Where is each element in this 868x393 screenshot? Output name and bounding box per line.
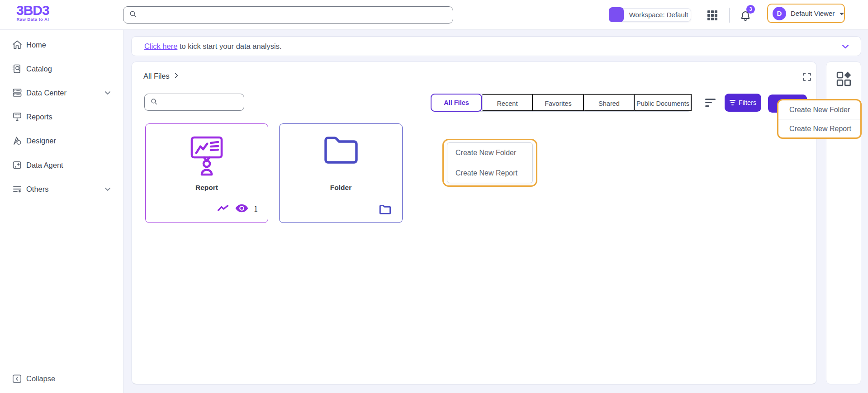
topbar-divider (729, 8, 730, 23)
create-dropdown-menu: Create New Folder Create New Report (777, 99, 862, 139)
menu-item-create-new-report[interactable]: Create New Report (447, 163, 532, 183)
sidebar-item-designer[interactable]: Designer (0, 131, 123, 150)
sort-icon[interactable] (705, 99, 716, 107)
chevron-down-icon[interactable] (104, 185, 111, 193)
file-card-report[interactable]: Report 1 (145, 123, 268, 223)
workspace-selector[interactable]: Workspace: Default (616, 8, 691, 22)
report-stats: 1 (217, 204, 258, 215)
global-search[interactable] (123, 6, 453, 24)
views-eye-icon (235, 204, 249, 215)
sidebar-item-home[interactable]: Home (0, 35, 123, 54)
collapse-label: Collapse (26, 374, 55, 383)
user-name: Default Viewer (791, 9, 835, 17)
filter-icon (730, 100, 735, 105)
chevron-down-icon[interactable] (104, 89, 111, 96)
data-agent-icon (12, 160, 23, 170)
files-search-input[interactable] (161, 94, 244, 110)
tab-all-files[interactable]: All Files (431, 94, 482, 112)
file-card-label: Folder (280, 184, 402, 192)
tab-shared[interactable]: Shared (584, 94, 635, 111)
top-bar: 3BD3 Raw Data to AI Workspace: Default 3… (0, 0, 868, 30)
apps-grid-icon[interactable] (707, 9, 718, 21)
report-icon (146, 135, 268, 176)
designer-icon (12, 135, 23, 146)
app-logo[interactable]: 3BD3 Raw Data to AI (16, 3, 49, 22)
filters-button[interactable]: Filters (725, 94, 761, 112)
workspace-label: Workspace: Default (629, 11, 688, 19)
kickstart-message: to kick start your data analysis. (177, 42, 281, 50)
sidebar-item-label: Catalog (26, 65, 52, 73)
user-menu[interactable]: D Default Viewer (767, 4, 845, 23)
menu-item-create-new-folder[interactable]: Create New Folder (778, 100, 860, 119)
tab-favorites[interactable]: Favorites (533, 94, 584, 111)
sidebar-item-reports[interactable]: Reports (0, 107, 123, 126)
file-card-label: Report (146, 184, 268, 192)
sidebar-item-others[interactable]: Others (0, 180, 123, 199)
widgets-icon[interactable] (836, 71, 852, 87)
others-icon (12, 184, 23, 194)
global-search-input[interactable] (141, 7, 453, 23)
breadcrumb[interactable]: All Files (143, 72, 180, 80)
kickstart-link[interactable]: Click here (144, 42, 177, 50)
sidebar-item-label: Reports (26, 113, 52, 121)
trend-line-icon (217, 204, 230, 214)
sidebar-item-data-center[interactable]: Data Center (0, 83, 123, 102)
folder-icon (280, 135, 402, 166)
files-search[interactable] (144, 94, 244, 111)
create-menu-highlight: Create New Folder Create New Report (442, 139, 537, 187)
sidebar-item-catalog[interactable]: Catalog (0, 59, 123, 78)
sidebar-item-label: Home (26, 41, 46, 49)
tab-public-documents[interactable]: Public Documents (635, 94, 692, 111)
file-card-folder[interactable]: Folder (279, 123, 403, 223)
kickstart-banner: Click here to kick start your data analy… (131, 36, 861, 56)
sidebar-item-label: Others (26, 185, 49, 194)
reports-icon (12, 111, 23, 122)
sidebar-item-label: Designer (26, 137, 56, 145)
workspace-color-swatch[interactable] (609, 7, 624, 22)
catalog-icon (12, 63, 23, 74)
mini-folder-icon (379, 204, 391, 217)
files-panel: All Files All Files Recent Favorites Sha… (131, 62, 817, 384)
search-icon (129, 10, 137, 20)
home-icon (12, 39, 23, 50)
tab-recent[interactable]: Recent (482, 94, 533, 111)
notification-count-badge: 3 (746, 5, 755, 14)
collapse-sidebar-button[interactable]: Collapse (0, 369, 123, 388)
breadcrumb-label: All Files (143, 72, 170, 80)
chevron-right-icon (173, 72, 180, 80)
avatar: D (773, 7, 786, 20)
topbar-divider-2 (761, 8, 761, 23)
menu-item-create-new-report[interactable]: Create New Report (778, 119, 860, 138)
filters-label: Filters (739, 99, 756, 106)
sidebar-item-label: Data Center (26, 89, 66, 97)
logo-text: 3BD3 (16, 3, 49, 18)
sidebar: Home Catalog Data Center Reports Designe… (0, 30, 123, 393)
data-center-icon (12, 87, 23, 98)
menu-item-create-new-folder[interactable]: Create New Folder (447, 143, 532, 163)
search-icon (150, 98, 158, 107)
sidebar-item-label: Data Agent (26, 161, 63, 170)
create-context-menu: Create New Folder Create New Report (447, 142, 533, 183)
logo-tagline: Raw Data to AI (16, 17, 49, 22)
views-count: 1 (254, 204, 258, 214)
banner-chevron-down-icon[interactable] (841, 42, 850, 51)
sidebar-item-data-agent[interactable]: Data Agent (0, 156, 123, 175)
collapse-icon (12, 374, 22, 384)
files-tab-bar: All Files Recent Favorites Shared Public… (431, 94, 692, 112)
caret-down-icon (839, 9, 844, 18)
fullscreen-icon[interactable] (802, 72, 812, 82)
